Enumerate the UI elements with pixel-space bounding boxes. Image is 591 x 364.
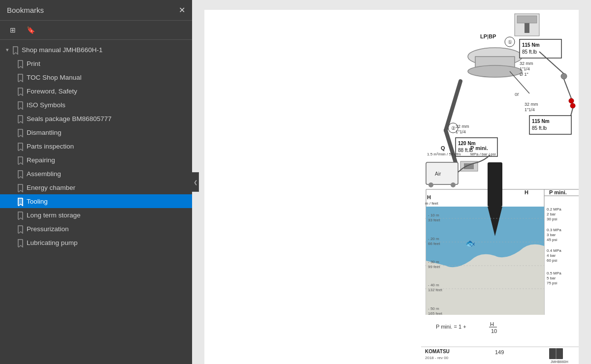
svg-text:H: H [427, 194, 431, 200]
bookmark-ribbon-icon [18, 198, 23, 206]
svg-text:- 50 m: - 50 m [428, 306, 439, 311]
main-content: LP | BP ① 115 Nm 85 ft.lb 32 mm 1"1/4 Ø … [192, 0, 591, 364]
svg-point-20 [561, 73, 567, 79]
bookmark-label: Dismantling [27, 129, 62, 136]
bookmark-label: Print [27, 60, 40, 67]
svg-text:33 feet: 33 feet [428, 218, 440, 222]
bookmark-label: Assembling [27, 170, 61, 178]
bookmark-item-iso-symbols[interactable]: ISO Symbols [0, 98, 192, 112]
svg-rect-59 [488, 162, 502, 207]
bookmark-item-long-term-storage[interactable]: Long term storage [0, 208, 192, 222]
svg-text:BP: BP [489, 33, 496, 39]
bookmark-item-tooling[interactable]: Tooling [0, 194, 192, 208]
bookmark-ribbon-icon [18, 74, 23, 82]
svg-text:Air: Air [435, 171, 441, 177]
bookmark-label: Energy chamber [27, 184, 75, 191]
bookmark-item-energy-chamber[interactable]: Energy chamber [0, 181, 192, 194]
svg-text:1"1/4: 1"1/4 [520, 66, 530, 71]
svg-text:85 ft.lb: 85 ft.lb [532, 125, 547, 131]
sidebar-header: Bookmarks ✕ [0, 0, 192, 21]
bookmark-ribbon-icon [18, 225, 23, 233]
svg-text:H: H [525, 189, 528, 195]
svg-rect-2 [517, 16, 537, 23]
svg-text:0.2 MPa: 0.2 MPa [547, 207, 561, 212]
svg-text:P mini.: P mini. [470, 145, 488, 151]
bookmark-label: Long term storage [27, 212, 81, 219]
bookmark-label: Parts inspection [27, 143, 74, 150]
svg-text:- 10 m: - 10 m [428, 213, 439, 217]
bookmark-ribbon-icon [18, 212, 23, 219]
svg-text:1"1/4: 1"1/4 [456, 129, 466, 134]
svg-text:10: 10 [491, 328, 497, 334]
bookmark-label: Shop manual JMHB660H-1 [22, 46, 102, 54]
svg-text:3 bar: 3 bar [547, 233, 556, 237]
svg-rect-46 [426, 162, 458, 184]
svg-text:4 bar: 4 bar [547, 253, 556, 258]
svg-text:or: or [515, 91, 520, 97]
bookmark-item-lubricating-pump[interactable]: Lubricating pump [0, 236, 192, 249]
diagram-container: LP | BP ① 115 Nm 85 ft.lb 32 mm 1"1/4 Ø … [204, 10, 579, 354]
collapse-sidebar-button[interactable]: ❮ [192, 172, 199, 192]
svg-text:5 bar: 5 bar [547, 276, 556, 280]
svg-text:45 psi: 45 psi [547, 238, 558, 242]
bookmark-icon: 🔖 [27, 26, 35, 34]
svg-text:①: ① [508, 39, 512, 45]
svg-text:KOMATSU: KOMATSU [425, 349, 450, 354]
svg-text:P mini.: P mini. [549, 189, 567, 195]
bookmark-item-parts-inspection[interactable]: Parts inspection [0, 139, 192, 153]
svg-text:H: H [490, 321, 494, 327]
bookmark-item-seals-package[interactable]: Seals package BM86805777 [0, 112, 192, 125]
bookmark-item-print[interactable]: Print [0, 57, 192, 70]
svg-text:P mini. = 1 +: P mini. = 1 + [436, 324, 466, 330]
bookmark-ribbon-icon [18, 239, 23, 247]
bookmark-item-repairing[interactable]: Repairing [0, 153, 192, 167]
bookmark-item-toc-shop-manual[interactable]: TOC Shop Manual [0, 70, 192, 84]
svg-text:60 psi: 60 psi [547, 258, 558, 263]
grid-view-button[interactable]: ⊞ [7, 25, 19, 35]
svg-text:66 feet: 66 feet [428, 242, 440, 246]
svg-text:0.3 MPa: 0.3 MPa [547, 228, 561, 232]
svg-text:- 30 m: - 30 m [428, 260, 439, 264]
sidebar: Bookmarks ✕ ⊞ 🔖 ▾ Shop manual JMHB660H-1… [0, 0, 192, 364]
bookmark-label: Foreword, Safety [27, 88, 77, 95]
svg-rect-3 [525, 23, 529, 33]
bookmarks-list: ▾ Shop manual JMHB660H-1 Print TOC Shop … [0, 40, 192, 364]
bookmark-view-button[interactable]: 🔖 [24, 25, 38, 35]
svg-point-11 [468, 65, 522, 77]
bookmark-item-assembling[interactable]: Assembling [0, 167, 192, 181]
svg-text:2018 - rev 00: 2018 - rev 00 [425, 356, 449, 360]
svg-point-49 [451, 182, 456, 187]
svg-text:115 Nm: 115 Nm [522, 42, 540, 48]
close-button[interactable]: ✕ [179, 6, 185, 14]
svg-text:132 feet: 132 feet [428, 288, 443, 292]
bookmark-ribbon-icon [18, 156, 23, 164]
svg-text:1.5 m³/min / 53 cfm: 1.5 m³/min / 53 cfm [427, 152, 461, 156]
svg-text:LP: LP [480, 33, 487, 39]
svg-text:m / feet: m / feet [425, 201, 438, 206]
diagram-svg: LP | BP ① 115 Nm 85 ft.lb 32 mm 1"1/4 Ø … [204, 10, 579, 364]
bookmark-item-pressurization[interactable]: Pressurization [0, 222, 192, 236]
svg-point-22 [569, 98, 574, 103]
svg-text:②: ② [451, 125, 456, 131]
bookmark-item-dismantling[interactable]: Dismantling [0, 125, 192, 139]
grid-icon: ⊞ [10, 26, 16, 34]
svg-text:115 Nm: 115 Nm [532, 119, 550, 124]
svg-point-23 [570, 103, 575, 108]
svg-point-48 [428, 182, 433, 187]
bookmark-ribbon-icon [18, 184, 23, 192]
svg-text:0.4 MPa: 0.4 MPa [547, 248, 561, 253]
svg-text:85 ft.lb: 85 ft.lb [522, 49, 537, 55]
bookmark-ribbon-icon [18, 60, 23, 68]
svg-text:- 20 m: - 20 m [428, 237, 439, 241]
svg-text:32 mm: 32 mm [456, 124, 469, 129]
bookmark-item-foreword-safety[interactable]: Foreword, Safety [0, 84, 192, 98]
bookmark-label: TOC Shop Manual [27, 74, 82, 81]
bookmark-item-shop-manual[interactable]: ▾ Shop manual JMHB660H-1 [0, 43, 192, 57]
sidebar-title: Bookmarks [7, 6, 44, 14]
bookmark-label: Repairing [27, 156, 55, 164]
svg-text:Q: Q [441, 145, 445, 151]
svg-text:🐟: 🐟 [465, 239, 475, 248]
bookmark-ribbon-icon [18, 101, 23, 109]
svg-text:1"1/4: 1"1/4 [525, 107, 535, 112]
svg-text:75 psi: 75 psi [547, 281, 558, 285]
